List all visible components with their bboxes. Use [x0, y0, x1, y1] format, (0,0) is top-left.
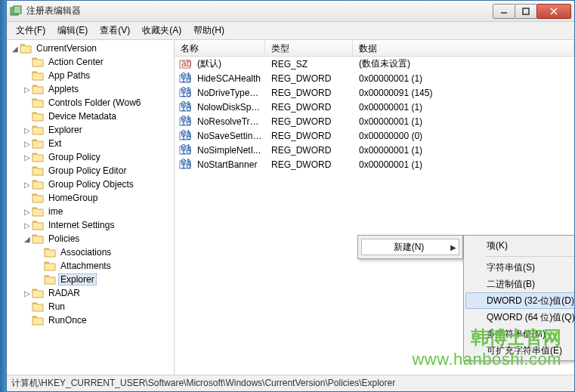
app-icon [10, 5, 22, 17]
tree-item[interactable]: Explorer [34, 273, 172, 286]
tree-item[interactable]: ▷Group Policy Objects [22, 177, 172, 191]
folder-icon [32, 220, 44, 230]
value-type: REG_SZ [267, 59, 354, 69]
tree-item[interactable]: ▷Group Policy [22, 150, 172, 164]
tree-item[interactable]: Run [22, 300, 172, 313]
value-row[interactable]: 01101001NoDriveTypeA...REG_DWORD0x000000… [175, 85, 574, 100]
tree-item[interactable]: App Paths [22, 69, 172, 82]
ctx-new[interactable]: 新建(N) ▶ [361, 239, 459, 255]
tree-item[interactable]: Attachments [34, 259, 172, 273]
tree-item[interactable]: ▷Ext [22, 137, 172, 150]
tree-item[interactable]: Associations [34, 245, 172, 259]
svg-text:1001: 1001 [181, 145, 192, 156]
binary-value-icon: 01101001 [179, 130, 191, 142]
value-row[interactable]: 01101001NoResolveTrackREG_DWORD0x0000000… [175, 114, 574, 128]
submenu-item[interactable]: 字符串值(S) [465, 259, 574, 276]
expand-icon[interactable]: ▷ [23, 126, 32, 134]
tree-item[interactable]: Device Metadata [22, 110, 172, 123]
col-type[interactable]: 类型 [265, 40, 353, 56]
value-data: 0x00000001 (1) [354, 73, 574, 84]
submenu-item[interactable]: 二进制值(B) [465, 276, 574, 292]
tree-item[interactable]: ◢CurrentVersion [10, 42, 172, 55]
tree-label: Group Policy Objects [46, 178, 136, 190]
folder-icon [32, 111, 44, 122]
value-name: NoSaveSettings [193, 131, 267, 141]
menu-edit[interactable]: 编辑(E) [51, 22, 94, 39]
menu-help[interactable]: 帮助(H) [187, 22, 230, 39]
tree-label: Applets [46, 83, 81, 95]
value-row[interactable]: 01101001NolowDiskSpa...REG_DWORD0x000000… [175, 100, 574, 114]
value-row[interactable]: 01101001HideSCAHealthREG_DWORD0x00000001… [175, 71, 574, 85]
registry-tree[interactable]: ◢CurrentVersionAction CenterApp Paths▷Ap… [7, 40, 175, 375]
tree-item[interactable]: Controls Folder (Wow6 [22, 96, 172, 110]
tree-item[interactable]: ▷RADAR [22, 286, 172, 300]
submenu-item[interactable]: 项(K) [465, 237, 574, 254]
svg-text:1001: 1001 [181, 102, 192, 113]
tree-label: App Paths [46, 69, 92, 82]
value-data: 0x00000091 (145) [354, 88, 574, 98]
tree-label: Group Policy Editor [46, 165, 128, 177]
minimize-button[interactable] [493, 4, 515, 19]
tree-item[interactable]: ▷ime [22, 205, 172, 218]
tree-label: RADAR [46, 287, 82, 299]
svg-text:1001: 1001 [181, 116, 192, 127]
menu-file[interactable]: 文件(F) [10, 22, 51, 39]
submenu-item[interactable]: DWORD (32-位)值(D) [465, 292, 574, 309]
binary-value-icon: 01101001 [179, 144, 191, 156]
col-data[interactable]: 数据 [353, 40, 574, 56]
tree-item[interactable]: Group Policy Editor [22, 164, 172, 177]
maximize-button[interactable] [515, 4, 537, 19]
value-row[interactable]: 01101001NoSaveSettingsREG_DWORD0x0000000… [175, 128, 574, 143]
tree-item[interactable]: RunOnce [22, 313, 172, 327]
titlebar[interactable]: 注册表编辑器 [7, 1, 574, 22]
tree-item[interactable]: ◢Policies [22, 232, 172, 245]
folder-icon [32, 233, 44, 244]
expand-icon[interactable]: ▷ [23, 153, 32, 162]
status-path: 计算机\HKEY_CURRENT_USER\Software\Microsoft… [11, 377, 395, 390]
tree-label: Policies [46, 233, 82, 245]
values-list[interactable]: 名称 类型 数据 ab(默认)REG_SZ(数值未设置)01101001Hide… [175, 40, 574, 375]
folder-icon [44, 247, 56, 258]
menu-view[interactable]: 查看(V) [94, 22, 136, 39]
collapse-icon[interactable]: ◢ [11, 45, 20, 53]
expand-icon[interactable]: ▷ [23, 181, 32, 189]
col-name[interactable]: 名称 [175, 40, 265, 56]
folder-icon [44, 261, 56, 271]
value-type: REG_DWORD [267, 102, 354, 113]
tree-item[interactable]: Action Center [22, 55, 172, 69]
menu-favorites[interactable]: 收藏夹(A) [136, 22, 187, 39]
svg-text:1001: 1001 [181, 88, 192, 98]
collapse-icon[interactable]: ◢ [23, 235, 32, 243]
tree-item[interactable]: ▷Internet Settings [22, 218, 172, 232]
expand-icon[interactable]: ▷ [23, 289, 32, 298]
folder-icon [32, 315, 44, 326]
value-name: NoDriveTypeA... [193, 88, 267, 98]
value-row[interactable]: ab(默认)REG_SZ(数值未设置) [175, 57, 574, 71]
value-data: 0x00000001 (1) [354, 159, 574, 170]
tree-item[interactable]: ▷Explorer [22, 123, 172, 137]
expand-icon[interactable]: ▷ [23, 221, 32, 230]
folder-icon [32, 84, 44, 94]
close-button[interactable] [536, 4, 571, 19]
value-row[interactable]: 01101001NoSimpleNetI...REG_DWORD0x000000… [175, 143, 574, 157]
window-title: 注册表编辑器 [26, 5, 493, 17]
menubar: 文件(F) 编辑(E) 查看(V) 收藏夹(A) 帮助(H) [7, 22, 574, 40]
value-name: (默认) [193, 57, 267, 70]
binary-value-icon: 01101001 [179, 87, 191, 99]
expand-icon[interactable]: ▷ [23, 85, 32, 94]
value-row[interactable]: 01101001NoStartBannerREG_DWORD0x00000001… [175, 157, 574, 171]
folder-icon [32, 97, 44, 108]
tree-item[interactable]: ▷Applets [22, 82, 172, 96]
value-name: NoStartBanner [193, 159, 267, 170]
value-type: REG_DWORD [267, 145, 354, 156]
expand-icon[interactable]: ▷ [23, 140, 32, 148]
tree-item[interactable]: HomeGroup [22, 191, 172, 205]
folder-icon [32, 301, 44, 312]
svg-text:1001: 1001 [181, 131, 192, 141]
submenu-item[interactable]: QWORD (64 位)值(Q) [465, 309, 574, 326]
tree-label: Associations [58, 246, 113, 258]
svg-rect-3 [523, 8, 529, 14]
value-type: REG_DWORD [267, 131, 354, 141]
expand-icon[interactable]: ▷ [23, 208, 32, 216]
folder-icon [32, 165, 44, 176]
